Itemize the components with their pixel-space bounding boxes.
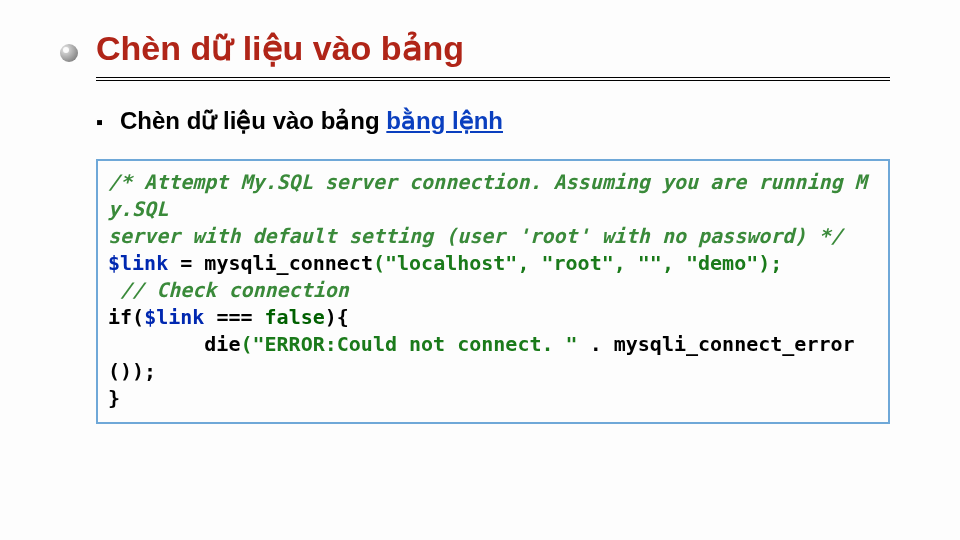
code-if-close: ){ [325, 305, 349, 329]
subtitle-prefix: Chèn dữ liệu vào bảng [120, 107, 386, 134]
slide-content: Chèn dữ liệu vào bảng ▪ Chèn dữ liệu vào… [0, 0, 960, 424]
code-false: false [265, 305, 325, 329]
subtitle-text: Chèn dữ liệu vào bảng bằng lệnh [120, 107, 503, 135]
subtitle-row: ▪ Chèn dữ liệu vào bảng bằng lệnh [96, 107, 890, 135]
code-connect-args: ("localhost", "root", "", "demo"); [373, 251, 782, 275]
sphere-bullet-icon [60, 44, 78, 62]
code-indent [108, 332, 204, 356]
code-die-fn: die [204, 332, 240, 356]
code-brace-close: } [108, 386, 120, 410]
code-var-link-2: $link [144, 305, 204, 329]
code-var-link-1: $link [108, 251, 168, 275]
code-dot: . [578, 332, 614, 356]
title-underline [96, 77, 890, 81]
code-eq: = [168, 251, 204, 275]
code-die-str: ("ERROR:Could not connect. " [240, 332, 577, 356]
code-fn-connect: mysqli_connect [204, 251, 373, 275]
code-comment-3: // Check connection [108, 278, 349, 302]
code-comment-2: server with default setting (user 'root'… [108, 224, 843, 248]
code-block: /* Attempt My.SQL server connection. Ass… [96, 159, 890, 424]
subtitle-link[interactable]: bằng lệnh [386, 107, 503, 134]
code-comment-1: /* Attempt My.SQL server connection. Ass… [108, 170, 867, 221]
code-if-open: if( [108, 305, 144, 329]
slide-title: Chèn dữ liệu vào bảng [96, 28, 890, 75]
code-triple-eq: === [204, 305, 264, 329]
square-bullet-icon: ▪ [96, 112, 114, 132]
